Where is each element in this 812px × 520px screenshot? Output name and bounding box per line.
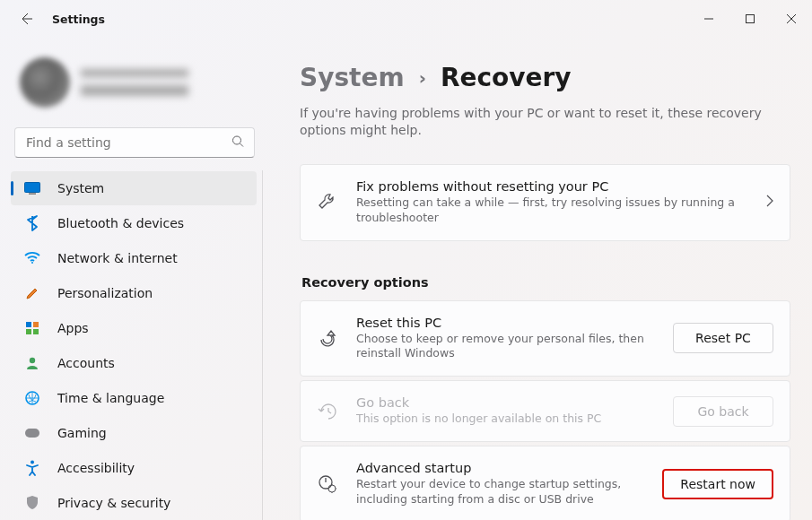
chevron-right-icon: › [419, 67, 426, 89]
sidebar-item-bluetooth[interactable]: Bluetooth & devices [11, 206, 257, 240]
svg-rect-5 [26, 322, 31, 327]
sidebar-item-label: Gaming [57, 426, 107, 440]
recovery-heading: Recovery options [301, 275, 790, 290]
go-back-card: Go back This option is no longer availab… [300, 380, 790, 442]
back-button[interactable] [16, 9, 36, 29]
sidebar-item-label: Privacy & security [57, 496, 170, 510]
sidebar-item-label: Personalization [57, 286, 153, 300]
power-gear-icon [317, 474, 338, 494]
card-title: Advanced startup [356, 461, 644, 475]
titlebar: Settings [0, 0, 812, 38]
brush-icon [23, 284, 41, 302]
sidebar-item-label: Accessibility [57, 461, 135, 475]
card-subtitle: This option is no longer available on th… [356, 412, 655, 427]
reset-pc-button[interactable]: Reset PC [673, 323, 773, 353]
svg-rect-2 [25, 183, 40, 193]
svg-rect-0 [747, 15, 755, 23]
main-content: System › Recovery If you're having probl… [269, 38, 812, 520]
apps-icon [23, 319, 41, 337]
person-icon [23, 354, 41, 372]
troubleshoot-card[interactable]: Fix problems without resetting your PC R… [300, 164, 790, 241]
advanced-startup-card: Advanced startup Restart your device to … [300, 446, 790, 520]
sidebar: System Bluetooth & devices Network & int… [0, 38, 269, 520]
profile-name-blurred [81, 69, 188, 96]
accessibility-icon [23, 459, 41, 477]
card-title: Reset this PC [356, 316, 655, 330]
card-subtitle: Choose to keep or remove your personal f… [356, 332, 655, 362]
close-button[interactable] [771, 4, 812, 33]
go-back-button: Go back [673, 396, 773, 427]
sidebar-item-label: System [57, 181, 104, 195]
svg-point-9 [30, 358, 35, 363]
wifi-icon [23, 249, 41, 267]
sidebar-item-system[interactable]: System [11, 171, 257, 205]
sidebar-item-label: Accounts [57, 356, 115, 370]
page-title: Recovery [441, 63, 572, 92]
nav-list: System Bluetooth & devices Network & int… [7, 170, 263, 520]
svg-rect-7 [26, 329, 31, 334]
sidebar-item-label: Bluetooth & devices [57, 216, 184, 230]
display-icon [23, 179, 41, 197]
svg-rect-11 [25, 429, 39, 438]
card-title: Fix problems without resetting your PC [356, 179, 748, 194]
sidebar-item-time[interactable]: Time & language [11, 381, 257, 415]
card-title: Go back [356, 395, 655, 410]
wrench-icon [317, 193, 338, 212]
sidebar-item-label: Network & internet [57, 251, 178, 265]
card-subtitle: Restart your device to change startup se… [356, 477, 634, 507]
app-title: Settings [52, 13, 105, 26]
sidebar-item-label: Time & language [57, 391, 164, 405]
shield-icon [23, 494, 41, 512]
search-icon [231, 134, 244, 152]
sidebar-item-privacy[interactable]: Privacy & security [11, 486, 257, 520]
history-icon [317, 403, 338, 420]
reset-pc-card: Reset this PC Choose to keep or remove y… [300, 300, 790, 377]
sidebar-item-apps[interactable]: Apps [11, 311, 257, 345]
svg-rect-6 [33, 322, 39, 327]
sidebar-item-network[interactable]: Network & internet [11, 241, 257, 275]
gamepad-icon [23, 424, 41, 442]
clock-globe-icon [23, 389, 41, 407]
svg-rect-3 [29, 194, 36, 195]
bluetooth-icon [23, 214, 41, 232]
sidebar-item-accessibility[interactable]: Accessibility [11, 451, 257, 485]
svg-point-14 [328, 485, 336, 492]
breadcrumb-parent[interactable]: System [300, 63, 405, 92]
sidebar-item-personalization[interactable]: Personalization [11, 276, 257, 310]
sidebar-item-label: Apps [57, 321, 89, 335]
reset-icon [317, 329, 338, 347]
page-subheading: If you're having problems with your PC o… [300, 105, 790, 139]
minimize-button[interactable] [688, 4, 729, 33]
profile-block[interactable] [7, 48, 262, 124]
sidebar-item-accounts[interactable]: Accounts [11, 346, 257, 380]
card-subtitle: Resetting can take a while — first, try … [356, 195, 748, 226]
chevron-right-icon [766, 194, 773, 211]
maximize-button[interactable] [729, 4, 771, 33]
sidebar-item-gaming[interactable]: Gaming [11, 416, 257, 450]
svg-rect-8 [33, 329, 39, 334]
svg-point-4 [31, 262, 33, 264]
restart-now-button[interactable]: Restart now [662, 469, 773, 499]
breadcrumb: System › Recovery [300, 63, 790, 92]
avatar [20, 57, 70, 108]
search-input[interactable] [14, 127, 255, 158]
svg-point-1 [233, 136, 241, 144]
svg-point-12 [31, 461, 34, 464]
